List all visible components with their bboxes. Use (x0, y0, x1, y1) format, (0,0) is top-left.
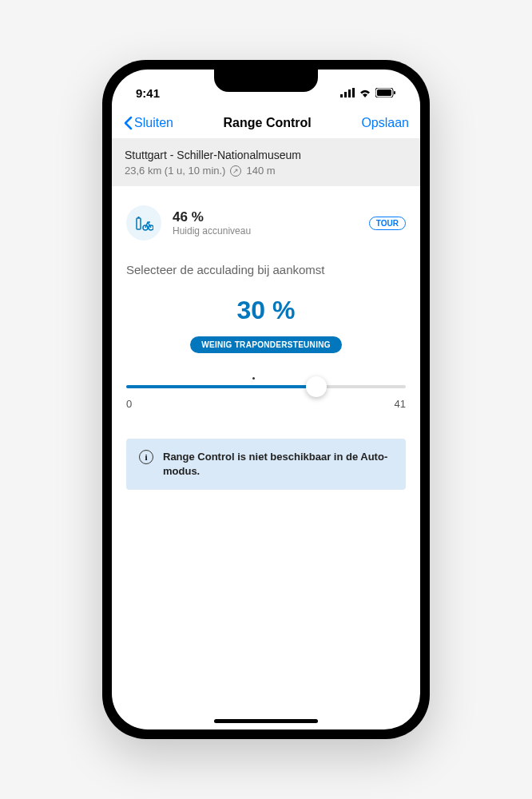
route-summary: Stuttgart - Schiller-Nationalmuseum 23,6… (112, 139, 420, 186)
page-title: Range Control (224, 116, 312, 130)
mode-badge: TOUR (369, 217, 406, 230)
assist-level-badge: WEINIG TRAPONDERSTEUNING (190, 336, 342, 353)
route-title: Stuttgart - Schiller-Nationalmuseum (125, 149, 407, 161)
svg-rect-8 (138, 217, 140, 218)
back-label: Sluiten (134, 116, 173, 130)
slider-fill (126, 385, 316, 388)
svg-rect-5 (377, 89, 391, 96)
home-indicator[interactable] (214, 719, 318, 723)
svg-rect-1 (344, 92, 347, 97)
route-meta: 23,6 km (1 u, 10 min.) ↗ 140 m (125, 165, 407, 177)
battery-row: 46 % Huidig accuniveau TOUR (126, 205, 406, 240)
content: 46 % Huidig accuniveau TOUR Selecteer de… (112, 186, 420, 729)
battery-info: 46 % Huidig accuniveau (173, 209, 358, 237)
nav-bar: Sluiten Range Control Opslaan (112, 108, 420, 139)
current-battery-label: Huidig accuniveau (173, 225, 358, 237)
info-icon: i (139, 450, 153, 464)
slider-min: 0 (126, 398, 132, 410)
info-box: i Range Control is niet beschikbaar in d… (126, 439, 406, 490)
screen: 9:41 Sluiten Range Control Opslaan (112, 70, 420, 729)
current-battery-percent: 46 % (173, 209, 358, 225)
battery-icon (375, 86, 396, 100)
save-button[interactable]: Opslaan (361, 116, 409, 130)
slider-thumb[interactable] (306, 376, 327, 397)
svg-rect-2 (348, 89, 351, 97)
route-distance-time: 23,6 km (1 u, 10 min.) (125, 165, 225, 177)
elevation-icon: ↗ (230, 165, 241, 177)
back-button[interactable]: Sluiten (123, 116, 173, 130)
wifi-icon (359, 86, 371, 100)
slider-range-labels: 0 41 (126, 398, 406, 410)
charge-slider[interactable] (126, 385, 406, 388)
svg-rect-3 (352, 88, 355, 97)
svg-rect-7 (137, 218, 141, 229)
svg-rect-0 (340, 94, 343, 97)
chevron-left-icon (123, 116, 133, 130)
status-bar: 9:41 (112, 70, 420, 108)
select-charge-label: Selecteer de acculading bij aankomst (126, 263, 406, 276)
status-indicators (340, 86, 396, 100)
slider-marker (252, 377, 255, 380)
status-time: 9:41 (136, 86, 160, 100)
bike-battery-icon (126, 205, 161, 240)
route-elevation: 140 m (246, 165, 275, 177)
slider-track (126, 385, 406, 388)
info-text: Range Control is niet beschikbaar in de … (163, 450, 393, 479)
svg-rect-6 (394, 91, 395, 94)
slider-max: 41 (395, 398, 406, 410)
signal-icon (340, 86, 355, 100)
target-percent: 30 % (126, 296, 406, 325)
phone-frame: 9:41 Sluiten Range Control Opslaan (102, 60, 430, 739)
